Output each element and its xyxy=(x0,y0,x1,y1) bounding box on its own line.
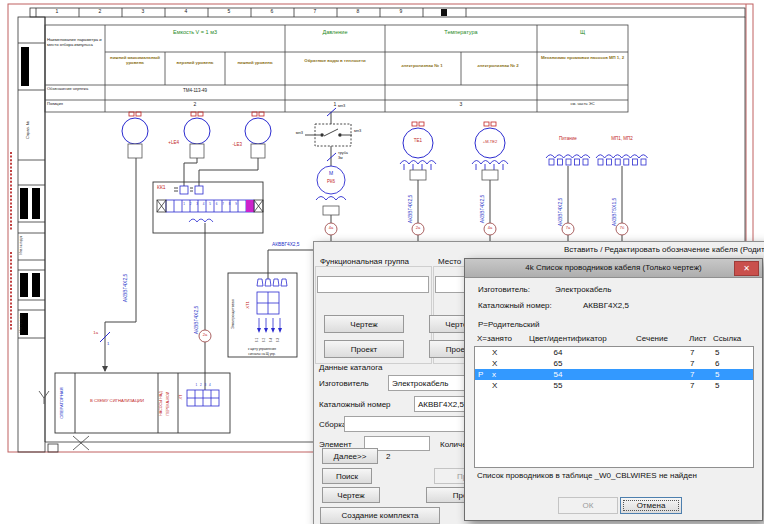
to-panel-note: сигналы на Щ упр. xyxy=(229,353,295,356)
balloon-label: 4а xyxy=(484,226,496,230)
balloon-label: 2а xyxy=(199,333,211,337)
table-row-label: Обозначение чертежа xyxy=(47,87,103,91)
ruler-number: 5 xyxy=(221,9,237,14)
motor-letter: М xyxy=(326,171,336,176)
table-group-pressure: Давление xyxy=(285,30,385,36)
table-sub: Обратные воды в теплосети xyxy=(289,59,381,64)
xt-terminal-grid xyxy=(187,390,219,406)
drawing-button[interactable]: Чертеж xyxy=(324,315,404,333)
project-button[interactable]: Проект xyxy=(324,340,404,358)
table-sub: электролизная № 2 xyxy=(463,64,533,69)
tag-truba-len: 3м xyxy=(338,156,348,160)
column-header: Ссылка xyxy=(713,334,741,343)
frame-corner-box xyxy=(48,444,58,452)
manufacturer-label: Изготовитель xyxy=(319,379,369,388)
close-icon[interactable]: ✕ xyxy=(734,261,759,276)
cable-label: АКВВГ4Х2,5 xyxy=(194,288,199,352)
ruler-black-mark xyxy=(441,9,447,16)
drawing-button-3[interactable]: Чертеж xyxy=(322,487,380,503)
table-designation-value: ТМ4-113-49 xyxy=(105,89,285,94)
ruler-number: 3 xyxy=(135,9,151,14)
ruler-number: 6 xyxy=(264,9,280,14)
cable-wire-list-dialog[interactable]: 4k Список проводников кабеля (Только чер… xyxy=(464,258,763,521)
dialog-titlebar[interactable]: 4k Список проводников кабеля (Только чер… xyxy=(465,259,762,278)
parent-note: Р=Родительский xyxy=(478,320,539,329)
table-position-value: 2 xyxy=(105,102,285,107)
catalog-number-label: Каталожный номер xyxy=(319,400,391,409)
create-set-button[interactable]: Создание комплекта xyxy=(320,507,440,524)
level-sensor-symbols xyxy=(122,118,271,144)
catalog-number-value: АКВВГ4Х2,5 xyxy=(583,301,629,310)
balloon-label: 7б xyxy=(616,226,628,230)
table-row[interactable]: X 64 75 xyxy=(475,347,753,358)
assembly-label: Сборка xyxy=(319,420,346,429)
table-row-selected[interactable]: Рx 54 75 xyxy=(475,369,753,380)
table-param-header: Наименование параметра и место отбора им… xyxy=(47,38,103,47)
tag-te2: +М-ТЕ2 xyxy=(474,140,506,144)
ruler-number: 2 xyxy=(92,9,108,14)
next-button[interactable]: Далее>> xyxy=(322,448,378,464)
dialog-titlebar[interactable]: Вставить / Редактировать обозначение каб… xyxy=(314,242,764,258)
table-position-value: 1 xyxy=(285,102,385,107)
frame-label: Инв.№ подл. xyxy=(20,310,23,336)
frame-label: Инв.№ подл. xyxy=(20,232,23,258)
to-alarm-label: В СХЕМУ СИГНАЛИЗАЦИИ xyxy=(77,399,157,404)
ruler-number: 8 xyxy=(350,9,366,14)
arrow-label: 6-2 xyxy=(263,334,266,346)
manufacturer-value: Электрокабель xyxy=(555,285,611,294)
wire-arrowhead xyxy=(102,366,108,372)
status-text: Список проводников в таблице _W0_CBLWIRE… xyxy=(477,471,697,480)
slash-label: 1а xyxy=(86,331,98,336)
cable-label: АКВВГ5Х1,5 xyxy=(612,184,617,240)
tag-te1: ТЕ1 xyxy=(407,139,429,144)
dialog-title: Вставить / Редактировать обозначение каб… xyxy=(564,245,764,254)
table-row[interactable]: X 65 76 xyxy=(475,358,753,369)
table-position-value: 3 xyxy=(385,102,537,107)
dialog-title: 4k Список проводников кабеля (Только чер… xyxy=(465,259,762,277)
table-sub: Механизмы промывки насосов МП 1, 2 xyxy=(540,56,625,61)
cable-label: АКВВГ4Х2,5 xyxy=(123,256,128,320)
catalog-data-label: Данные каталога xyxy=(319,363,383,372)
switchroom-arrowheads xyxy=(257,328,282,333)
table-sub: нижний уровень xyxy=(227,61,283,66)
balloon-label: 2а xyxy=(412,226,424,230)
tag-truba: труба xyxy=(338,151,354,155)
arrow-label: 6-1 xyxy=(256,334,259,346)
switchroom-label: Электрощитовая xyxy=(231,276,235,352)
sensor-top-ticks xyxy=(129,112,496,126)
column-header: Х=занято xyxy=(477,334,512,343)
tag-le3: -LE3 xyxy=(220,143,242,148)
ok-button: ОК xyxy=(558,497,618,514)
cable-label: АКВВГ4Х2,5 xyxy=(480,182,485,236)
xt-terminal-numbers: 1 2 3 4 xyxy=(187,384,219,387)
to-panel-note: к щиту управления xyxy=(229,348,295,351)
switchroom-terminals xyxy=(257,279,287,328)
param-table-grid xyxy=(45,25,628,112)
balloon-label: 7а xyxy=(562,226,574,230)
table-row[interactable]: X 55 75 xyxy=(475,380,753,391)
next-count-value: 2 xyxy=(386,452,390,461)
search-button[interactable]: Поиск xyxy=(322,468,372,484)
ruler-number: 9 xyxy=(393,9,409,14)
pumps-label: ПЕРЕКАЧКОЙ xyxy=(167,376,171,431)
table-sub: нижний максимальный уровень xyxy=(107,56,163,65)
tag-mp12: МП1, МП2 xyxy=(603,137,641,142)
location-label: Место xyxy=(438,257,461,266)
sensor-stems xyxy=(128,144,265,158)
tag-mp3: мп3 xyxy=(354,129,368,133)
table-sub: верхний уровень xyxy=(167,61,223,66)
wire-list[interactable]: X 64 75 X 65 76 Рx 54 75 X 55 75 xyxy=(474,346,754,468)
table-sub: электролизная № 1 xyxy=(387,64,457,69)
functional-group-input[interactable] xyxy=(317,276,429,293)
frame-label: Справ. № xyxy=(26,110,30,150)
arrow-label: 6-3 xyxy=(277,334,280,346)
cable-label: АКВВГ4Х2,5 xyxy=(408,182,413,236)
operator-room-label: ОПЕРАТОРНАЯ xyxy=(60,376,65,430)
table-group-temperature: Температура xyxy=(385,30,537,36)
cancel-button[interactable]: Отмена xyxy=(620,497,682,514)
arrow-label: 6-4 xyxy=(270,334,273,346)
terminal-rects xyxy=(549,159,646,165)
tag-le4: +LE4 xyxy=(157,141,179,146)
tag-kk1: КК1 xyxy=(157,185,177,190)
catalog-number-label: Каталожный номер: xyxy=(478,301,552,310)
